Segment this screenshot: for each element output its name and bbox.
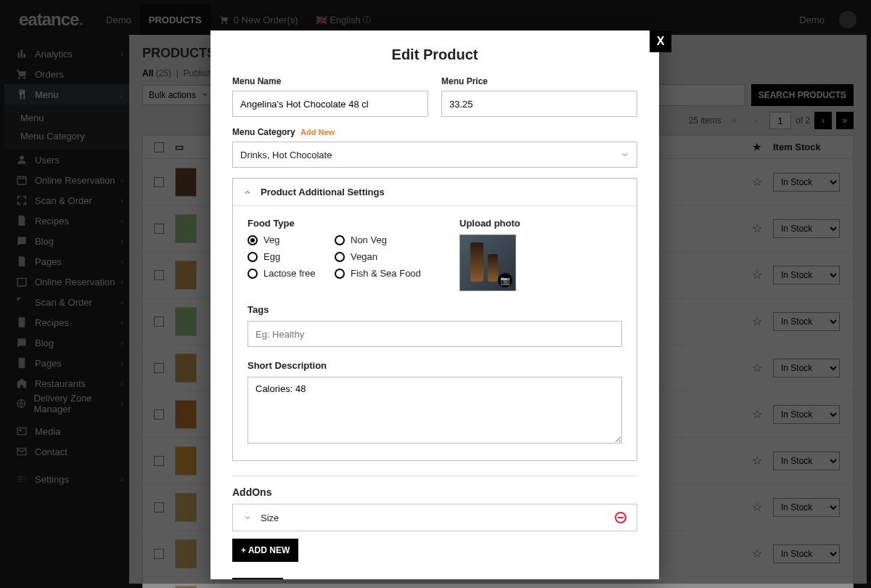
addon-row[interactable]: Size xyxy=(232,504,637,531)
food-type-lactose[interactable]: Lactose free xyxy=(248,268,335,279)
food-type-vegan[interactable]: Vegan xyxy=(335,251,436,262)
chevron-down-icon xyxy=(621,150,629,159)
menu-category-label: Menu Category Add New xyxy=(232,127,637,137)
add-category-link[interactable]: Add New xyxy=(300,128,335,136)
chevron-up-icon xyxy=(243,188,252,197)
upload-photo[interactable]: 📷 xyxy=(459,234,516,291)
food-type-egg[interactable]: Egg xyxy=(248,251,335,262)
menu-name-label: Menu Name xyxy=(232,76,428,86)
delete-addon-button[interactable] xyxy=(615,512,626,523)
product-thumb xyxy=(175,586,197,589)
short-description-input[interactable] xyxy=(248,377,622,444)
chevron-down-icon xyxy=(243,513,252,522)
additional-settings-toggle[interactable]: Product Additional Settings xyxy=(233,179,637,206)
edit-product-modal: X Edit Product Menu Name Menu Price Menu… xyxy=(210,30,659,579)
food-type-label: Food Type xyxy=(248,218,436,229)
tags-label: Tags xyxy=(248,304,622,315)
menu-category-select[interactable]: Drinks, Hot Chocolate xyxy=(232,142,637,168)
short-description-label: Short Description xyxy=(248,360,622,371)
upload-photo-label: Upload photo xyxy=(459,218,520,229)
addons-label: AddOns xyxy=(232,486,637,498)
menu-price-label: Menu Price xyxy=(441,76,637,86)
add-addon-button[interactable]: + ADD NEW xyxy=(232,539,298,562)
close-button[interactable]: X xyxy=(650,30,671,52)
tags-input[interactable] xyxy=(248,321,622,347)
menu-name-input[interactable] xyxy=(232,91,428,117)
food-type-veg[interactable]: Veg xyxy=(248,234,335,245)
food-type-fish[interactable]: Fish & Sea Food xyxy=(335,268,436,279)
camera-icon: 📷 xyxy=(498,273,512,287)
submit-button[interactable]: SUBMIT xyxy=(232,578,283,579)
food-type-nonveg[interactable]: Non Veg xyxy=(335,234,436,245)
menu-price-input[interactable] xyxy=(441,91,637,117)
modal-title: Edit Product xyxy=(232,46,637,63)
